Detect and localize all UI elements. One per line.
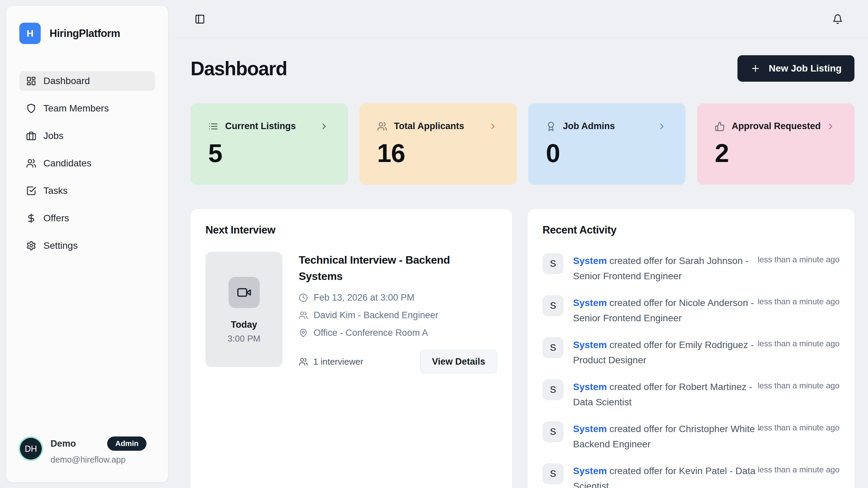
- users-icon: [299, 311, 308, 320]
- brand-name: HiringPlatform: [50, 27, 120, 40]
- avatar: DH: [20, 438, 42, 460]
- sidebar-item-settings[interactable]: Settings: [19, 236, 155, 256]
- activity-avatar: S: [542, 253, 564, 274]
- chevron-right-icon: [657, 122, 667, 131]
- stat-value: 5: [208, 138, 329, 168]
- user-email: demo@hireflow.app: [51, 455, 146, 465]
- chevron-right-icon: [319, 122, 329, 131]
- user-info: Demo Admin demo@hireflow.app: [51, 436, 146, 465]
- interview-title: Technical Interview - Backend Systems: [299, 252, 461, 284]
- activity-item: S System created offer for Robert Martin…: [542, 379, 840, 410]
- gear-icon: [26, 241, 36, 251]
- chevron-right-icon: [826, 122, 835, 131]
- stat-card-job-admins[interactable]: Job Admins 0: [528, 103, 686, 185]
- stat-label: Approval Requested: [732, 121, 821, 131]
- page-title: Dashboard: [191, 57, 287, 80]
- sidebar-item-dashboard[interactable]: Dashboard: [19, 71, 155, 91]
- stat-value: 16: [377, 138, 498, 168]
- activity-timestamp: less than a minute ago: [758, 423, 840, 432]
- activity-item: S System created offer for Kevin Patel -…: [542, 463, 840, 488]
- activity-item: S System created offer for Emily Rodrigu…: [542, 337, 840, 368]
- sidebar-item-candidates[interactable]: Candidates: [19, 154, 155, 173]
- interview-date-tile: Today 3:00 PM: [205, 252, 282, 367]
- stat-value: 2: [715, 138, 835, 168]
- sidebar-item-jobs[interactable]: Jobs: [19, 126, 155, 146]
- brand: H HiringPlatform: [19, 23, 155, 44]
- interview-detail-row: David Kim - Backend Engineer: [299, 310, 497, 321]
- activity-timestamp: less than a minute ago: [758, 297, 840, 306]
- page-background: { "colors": { "page_bg": "#eef0f4", "bra…: [0, 0, 868, 488]
- briefcase-icon: [26, 131, 36, 141]
- activity-timestamp: less than a minute ago: [758, 339, 840, 348]
- recent-activity-panel: Recent Activity S System created offer f…: [528, 209, 854, 488]
- main-content: Dashboard New Job Listing Current Listin…: [174, 38, 868, 488]
- stat-card-total-applicants[interactable]: Total Applicants 16: [359, 103, 517, 185]
- map-pin-icon: [299, 328, 308, 338]
- users-icon: [26, 158, 36, 168]
- check-square-icon: [26, 186, 36, 196]
- interview-detail-row: Office - Conference Room A: [299, 328, 497, 338]
- activity-avatar: S: [542, 295, 564, 316]
- clock-icon: [299, 293, 308, 302]
- interviewer-count-label: 1 interviewer: [313, 357, 363, 367]
- new-job-listing-button[interactable]: New Job Listing: [737, 55, 854, 82]
- stat-card-approval-requested[interactable]: Approval Requested 2: [697, 103, 854, 185]
- topbar: [174, 0, 868, 38]
- list-icon: [208, 121, 218, 131]
- interviewer-count: 1 interviewer: [299, 357, 363, 367]
- new-job-listing-label: New Job Listing: [769, 63, 842, 74]
- sidebar: H HiringPlatform Dashboard Team Members …: [6, 5, 168, 483]
- activity-avatar: S: [542, 463, 564, 484]
- interview-details: Feb 13, 2026 at 3:00 PM David Kim - Back…: [299, 292, 497, 338]
- activity-actor: System: [573, 256, 607, 266]
- award-icon: [546, 121, 556, 131]
- dashboard-icon: [26, 76, 36, 86]
- users-icon: [377, 121, 387, 131]
- role-badge: Admin: [107, 436, 146, 451]
- view-details-button[interactable]: View Details: [420, 350, 497, 373]
- recent-activity-heading: Recent Activity: [542, 224, 840, 236]
- activity-item: S System created offer for Christopher W…: [542, 421, 840, 452]
- stats-row: Current Listings 5 Total Applicants 16 J…: [191, 103, 854, 185]
- activity-actor: System: [573, 340, 607, 350]
- activity-actor: System: [573, 298, 607, 308]
- interview-time-label: 3:00 PM: [205, 333, 282, 344]
- plus-icon: [750, 63, 761, 74]
- bell-icon[interactable]: [832, 14, 843, 24]
- thumbs-up-icon: [715, 121, 725, 131]
- activity-avatar: S: [542, 379, 564, 400]
- interview-day-label: Today: [205, 320, 282, 330]
- sidebar-item-offers[interactable]: Offers: [19, 208, 155, 228]
- stat-card-current-listings[interactable]: Current Listings 5: [191, 103, 348, 185]
- chevron-right-icon: [488, 122, 498, 131]
- activity-timestamp: less than a minute ago: [758, 465, 840, 474]
- interview-detail-row: Feb 13, 2026 at 3:00 PM: [299, 292, 497, 303]
- shield-icon: [26, 103, 36, 114]
- activity-timestamp: less than a minute ago: [758, 381, 840, 390]
- next-interview-panel: Next Interview Today 3:00 PM Technical I…: [191, 209, 512, 488]
- stat-label: Current Listings: [225, 121, 296, 131]
- activity-actor: System: [573, 466, 607, 476]
- activity-actor: System: [573, 382, 607, 392]
- activity-avatar: S: [542, 421, 564, 442]
- activity-item: S System created offer for Nicole Anders…: [542, 295, 840, 326]
- activity-actor: System: [573, 424, 607, 434]
- activity-timestamp: less than a minute ago: [758, 255, 840, 264]
- user-name: Demo: [51, 439, 76, 449]
- next-interview-heading: Next Interview: [205, 224, 497, 236]
- video-icon: [237, 285, 252, 300]
- users-icon: [299, 357, 308, 366]
- sidebar-item-tasks[interactable]: Tasks: [19, 181, 155, 201]
- sidebar-user-section[interactable]: DH Demo Admin demo@hireflow.app: [20, 436, 155, 465]
- stat-label: Job Admins: [563, 121, 615, 131]
- sidebar-nav: Dashboard Team Members Jobs Candidates T…: [19, 71, 155, 256]
- activity-list: S System created offer for Sarah Johnson…: [542, 253, 840, 488]
- stat-label: Total Applicants: [394, 121, 464, 131]
- video-icon-tile: [229, 277, 260, 308]
- dollar-icon: [26, 213, 36, 223]
- sidebar-item-team-members[interactable]: Team Members: [19, 99, 155, 118]
- brand-logo: H: [19, 23, 41, 44]
- stat-value: 0: [546, 138, 667, 168]
- activity-item: S System created offer for Sarah Johnson…: [542, 253, 840, 284]
- panel-left-icon[interactable]: [195, 14, 205, 24]
